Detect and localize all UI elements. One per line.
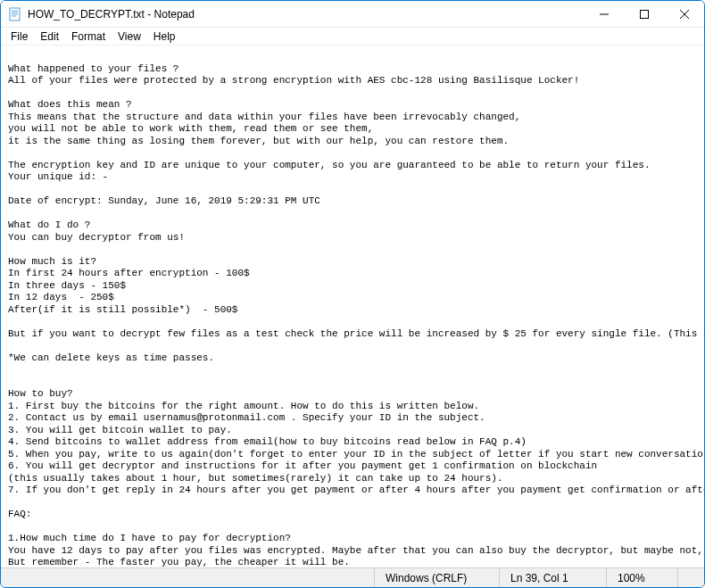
window-controls <box>584 1 704 27</box>
titlebar: HOW_TO_DECRYPT.txt - Notepad <box>1 1 704 28</box>
window-title: HOW_TO_DECRYPT.txt - Notepad <box>28 8 584 21</box>
status-encoding: Windows (CRLF) <box>374 568 499 587</box>
menu-edit[interactable]: Edit <box>34 29 65 45</box>
menu-view[interactable]: View <box>112 29 147 45</box>
menu-help[interactable]: Help <box>147 29 182 45</box>
svg-rect-6 <box>640 10 648 18</box>
status-cursor: Ln 39, Col 1 <box>499 568 606 587</box>
menubar: File Edit Format View Help <box>1 28 704 46</box>
notepad-icon <box>8 7 22 21</box>
maximize-button[interactable] <box>624 1 664 27</box>
minimize-button[interactable] <box>584 1 624 27</box>
status-end <box>677 568 704 587</box>
menu-format[interactable]: Format <box>65 29 112 45</box>
text-area[interactable]: What happened to your files ? All of you… <box>1 46 704 567</box>
status-zoom: 100% <box>606 568 677 587</box>
menu-file[interactable]: File <box>4 29 34 45</box>
statusbar: Windows (CRLF) Ln 39, Col 1 100% <box>1 567 704 587</box>
close-button[interactable] <box>664 1 704 27</box>
